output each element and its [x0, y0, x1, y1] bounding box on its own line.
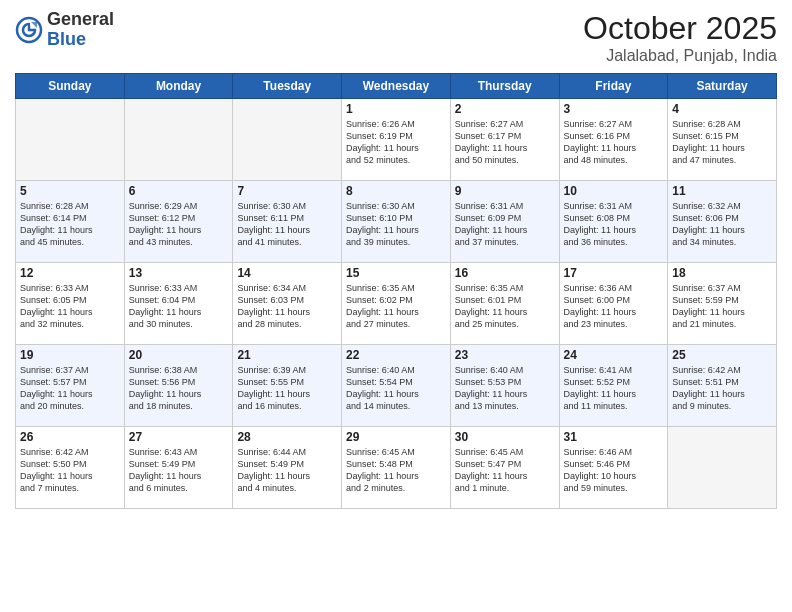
day-content: Sunrise: 6:32 AM Sunset: 6:06 PM Dayligh… [672, 200, 772, 249]
table-row: 30Sunrise: 6:45 AM Sunset: 5:47 PM Dayli… [450, 427, 559, 509]
day-content: Sunrise: 6:40 AM Sunset: 5:53 PM Dayligh… [455, 364, 555, 413]
day-number: 9 [455, 184, 555, 198]
day-number: 15 [346, 266, 446, 280]
day-number: 11 [672, 184, 772, 198]
logo-general-text: General [47, 10, 114, 30]
table-row: 28Sunrise: 6:44 AM Sunset: 5:49 PM Dayli… [233, 427, 342, 509]
table-row: 6Sunrise: 6:29 AM Sunset: 6:12 PM Daylig… [124, 181, 233, 263]
header: General Blue October 2025 Jalalabad, Pun… [15, 10, 777, 65]
table-row: 4Sunrise: 6:28 AM Sunset: 6:15 PM Daylig… [668, 99, 777, 181]
day-number: 8 [346, 184, 446, 198]
day-content: Sunrise: 6:34 AM Sunset: 6:03 PM Dayligh… [237, 282, 337, 331]
calendar-week-row: 5Sunrise: 6:28 AM Sunset: 6:14 PM Daylig… [16, 181, 777, 263]
calendar-week-row: 26Sunrise: 6:42 AM Sunset: 5:50 PM Dayli… [16, 427, 777, 509]
day-number: 1 [346, 102, 446, 116]
day-number: 10 [564, 184, 664, 198]
day-number: 30 [455, 430, 555, 444]
table-row: 14Sunrise: 6:34 AM Sunset: 6:03 PM Dayli… [233, 263, 342, 345]
location: Jalalabad, Punjab, India [583, 47, 777, 65]
table-row: 21Sunrise: 6:39 AM Sunset: 5:55 PM Dayli… [233, 345, 342, 427]
table-row: 27Sunrise: 6:43 AM Sunset: 5:49 PM Dayli… [124, 427, 233, 509]
day-number: 4 [672, 102, 772, 116]
table-row [124, 99, 233, 181]
svg-marker-2 [31, 22, 37, 28]
month-title: October 2025 [583, 10, 777, 47]
table-row: 26Sunrise: 6:42 AM Sunset: 5:50 PM Dayli… [16, 427, 125, 509]
table-row: 31Sunrise: 6:46 AM Sunset: 5:46 PM Dayli… [559, 427, 668, 509]
day-content: Sunrise: 6:45 AM Sunset: 5:48 PM Dayligh… [346, 446, 446, 495]
day-content: Sunrise: 6:35 AM Sunset: 6:02 PM Dayligh… [346, 282, 446, 331]
day-number: 5 [20, 184, 120, 198]
table-row [668, 427, 777, 509]
logo: General Blue [15, 10, 114, 50]
col-friday: Friday [559, 74, 668, 99]
day-content: Sunrise: 6:26 AM Sunset: 6:19 PM Dayligh… [346, 118, 446, 167]
day-number: 13 [129, 266, 229, 280]
day-content: Sunrise: 6:39 AM Sunset: 5:55 PM Dayligh… [237, 364, 337, 413]
page: General Blue October 2025 Jalalabad, Pun… [0, 0, 792, 612]
logo-text: General Blue [47, 10, 114, 50]
calendar-table: Sunday Monday Tuesday Wednesday Thursday… [15, 73, 777, 509]
day-content: Sunrise: 6:42 AM Sunset: 5:51 PM Dayligh… [672, 364, 772, 413]
day-content: Sunrise: 6:30 AM Sunset: 6:10 PM Dayligh… [346, 200, 446, 249]
day-content: Sunrise: 6:45 AM Sunset: 5:47 PM Dayligh… [455, 446, 555, 495]
table-row: 10Sunrise: 6:31 AM Sunset: 6:08 PM Dayli… [559, 181, 668, 263]
day-number: 7 [237, 184, 337, 198]
day-number: 24 [564, 348, 664, 362]
day-content: Sunrise: 6:35 AM Sunset: 6:01 PM Dayligh… [455, 282, 555, 331]
day-content: Sunrise: 6:27 AM Sunset: 6:17 PM Dayligh… [455, 118, 555, 167]
table-row: 24Sunrise: 6:41 AM Sunset: 5:52 PM Dayli… [559, 345, 668, 427]
day-number: 16 [455, 266, 555, 280]
day-number: 19 [20, 348, 120, 362]
col-tuesday: Tuesday [233, 74, 342, 99]
col-wednesday: Wednesday [342, 74, 451, 99]
day-number: 28 [237, 430, 337, 444]
table-row: 29Sunrise: 6:45 AM Sunset: 5:48 PM Dayli… [342, 427, 451, 509]
day-number: 20 [129, 348, 229, 362]
table-row: 1Sunrise: 6:26 AM Sunset: 6:19 PM Daylig… [342, 99, 451, 181]
day-number: 27 [129, 430, 229, 444]
table-row: 7Sunrise: 6:30 AM Sunset: 6:11 PM Daylig… [233, 181, 342, 263]
day-content: Sunrise: 6:42 AM Sunset: 5:50 PM Dayligh… [20, 446, 120, 495]
day-number: 26 [20, 430, 120, 444]
day-content: Sunrise: 6:33 AM Sunset: 6:04 PM Dayligh… [129, 282, 229, 331]
day-number: 29 [346, 430, 446, 444]
logo-icon [15, 16, 43, 44]
day-content: Sunrise: 6:31 AM Sunset: 6:08 PM Dayligh… [564, 200, 664, 249]
day-number: 3 [564, 102, 664, 116]
table-row: 3Sunrise: 6:27 AM Sunset: 6:16 PM Daylig… [559, 99, 668, 181]
table-row: 11Sunrise: 6:32 AM Sunset: 6:06 PM Dayli… [668, 181, 777, 263]
day-number: 2 [455, 102, 555, 116]
col-monday: Monday [124, 74, 233, 99]
day-content: Sunrise: 6:46 AM Sunset: 5:46 PM Dayligh… [564, 446, 664, 495]
table-row: 19Sunrise: 6:37 AM Sunset: 5:57 PM Dayli… [16, 345, 125, 427]
day-content: Sunrise: 6:28 AM Sunset: 6:15 PM Dayligh… [672, 118, 772, 167]
day-content: Sunrise: 6:33 AM Sunset: 6:05 PM Dayligh… [20, 282, 120, 331]
day-content: Sunrise: 6:37 AM Sunset: 5:57 PM Dayligh… [20, 364, 120, 413]
table-row: 17Sunrise: 6:36 AM Sunset: 6:00 PM Dayli… [559, 263, 668, 345]
table-row: 5Sunrise: 6:28 AM Sunset: 6:14 PM Daylig… [16, 181, 125, 263]
table-row: 15Sunrise: 6:35 AM Sunset: 6:02 PM Dayli… [342, 263, 451, 345]
day-content: Sunrise: 6:36 AM Sunset: 6:00 PM Dayligh… [564, 282, 664, 331]
day-number: 12 [20, 266, 120, 280]
table-row: 13Sunrise: 6:33 AM Sunset: 6:04 PM Dayli… [124, 263, 233, 345]
day-content: Sunrise: 6:29 AM Sunset: 6:12 PM Dayligh… [129, 200, 229, 249]
table-row: 8Sunrise: 6:30 AM Sunset: 6:10 PM Daylig… [342, 181, 451, 263]
table-row: 20Sunrise: 6:38 AM Sunset: 5:56 PM Dayli… [124, 345, 233, 427]
table-row [16, 99, 125, 181]
day-content: Sunrise: 6:31 AM Sunset: 6:09 PM Dayligh… [455, 200, 555, 249]
title-block: October 2025 Jalalabad, Punjab, India [583, 10, 777, 65]
day-number: 17 [564, 266, 664, 280]
calendar-header-row: Sunday Monday Tuesday Wednesday Thursday… [16, 74, 777, 99]
table-row: 25Sunrise: 6:42 AM Sunset: 5:51 PM Dayli… [668, 345, 777, 427]
table-row: 16Sunrise: 6:35 AM Sunset: 6:01 PM Dayli… [450, 263, 559, 345]
table-row: 2Sunrise: 6:27 AM Sunset: 6:17 PM Daylig… [450, 99, 559, 181]
day-content: Sunrise: 6:27 AM Sunset: 6:16 PM Dayligh… [564, 118, 664, 167]
day-number: 6 [129, 184, 229, 198]
col-sunday: Sunday [16, 74, 125, 99]
day-number: 25 [672, 348, 772, 362]
day-content: Sunrise: 6:38 AM Sunset: 5:56 PM Dayligh… [129, 364, 229, 413]
day-content: Sunrise: 6:37 AM Sunset: 5:59 PM Dayligh… [672, 282, 772, 331]
table-row: 22Sunrise: 6:40 AM Sunset: 5:54 PM Dayli… [342, 345, 451, 427]
day-content: Sunrise: 6:40 AM Sunset: 5:54 PM Dayligh… [346, 364, 446, 413]
